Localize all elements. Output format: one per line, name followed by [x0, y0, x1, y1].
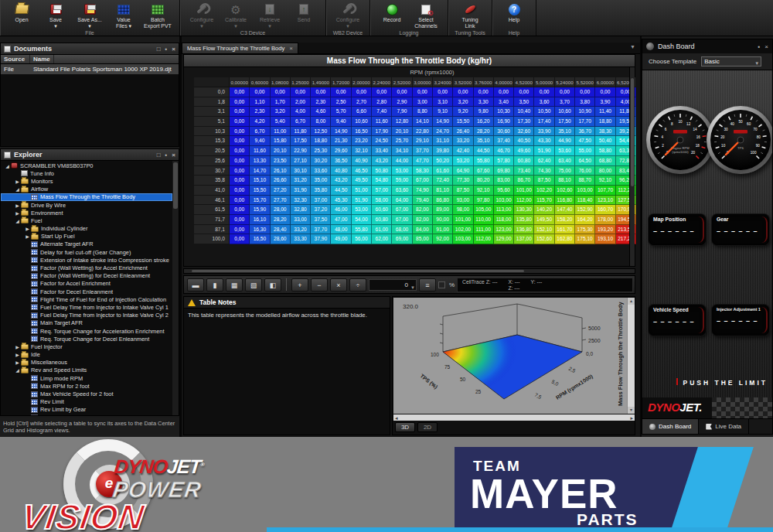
grid-cell[interactable]: 50,80: [372, 166, 392, 176]
grid-cell[interactable]: 51,00: [352, 186, 372, 196]
grid-cell[interactable]: 112,00: [514, 196, 534, 206]
grid-cell[interactable]: 51,90: [534, 146, 554, 156]
grid-cell[interactable]: 102,00: [453, 225, 473, 235]
tree-item-req-torque-change-for-decel-enleanment[interactable]: Req. Torque Change for Decel Enleanment: [1, 335, 172, 343]
pin-icon[interactable]: ▪: [165, 46, 167, 53]
grid-cell[interactable]: 24,70: [433, 127, 453, 137]
grid-cell[interactable]: 29,60: [331, 146, 351, 156]
grid-cell[interactable]: 11,60: [372, 117, 392, 127]
grid-cell[interactable]: 123,00: [494, 225, 514, 235]
grid-cell[interactable]: 81,10: [433, 186, 453, 196]
grid-cell[interactable]: 103,00: [575, 186, 595, 196]
tree-item-main-target-afr[interactable]: Main Target AFR: [1, 319, 172, 327]
toolbar-button-save[interactable]: Save ▾: [39, 2, 73, 29]
grid-cell[interactable]: 50,20: [433, 156, 453, 166]
grid-cell[interactable]: 22,80: [413, 127, 433, 137]
grid-cell[interactable]: 67,00: [413, 176, 433, 186]
grid-cell[interactable]: 62,40: [534, 156, 554, 166]
grid-cell[interactable]: 42,40: [453, 146, 473, 156]
grid-cell[interactable]: 57,80: [494, 156, 514, 166]
grid-cell[interactable]: 9,10: [433, 107, 453, 117]
grid-cell[interactable]: 14,70: [250, 166, 270, 176]
grid-cell[interactable]: 136,80: [514, 225, 534, 235]
grid-row-header[interactable]: 71,7: [194, 215, 230, 225]
tab-mass-flow[interactable]: Mass Flow Through the Throttle Body ×: [182, 43, 298, 53]
toolbar-button-calibrate[interactable]: ⚙Calibrate ▾: [219, 2, 253, 29]
grid-cell[interactable]: 79,40: [413, 196, 433, 206]
grid-cell[interactable]: 105,00: [474, 205, 494, 215]
grid-column-header[interactable]: 1,72000: [331, 77, 351, 87]
documents-col-source[interactable]: Source: [1, 55, 30, 63]
grid-cell[interactable]: 0,00: [311, 87, 331, 97]
grid-cell[interactable]: 152,60: [534, 234, 554, 244]
grid-cell[interactable]: 5,70: [331, 107, 351, 117]
grid-cell[interactable]: 17,50: [291, 136, 311, 146]
tree-item-fuel-delay-time-from-injector-to-intake-[interactable]: Fuel Delay Time from Injector to Intake …: [1, 312, 172, 319]
grid-cell[interactable]: 10,40: [514, 107, 534, 117]
grid-column-header[interactable]: 1,08000: [271, 77, 291, 87]
grid-cell[interactable]: 39,80: [433, 146, 453, 156]
toolbar-button-batch[interactable]: Batch Export PVT: [141, 2, 175, 29]
grid-cell[interactable]: 44,50: [331, 186, 351, 196]
grid-cell[interactable]: 0,00: [230, 166, 250, 176]
grid-cell[interactable]: 0,00: [230, 97, 250, 107]
tree-item-rev-limit[interactable]: Rev Limit: [1, 398, 172, 406]
grid-cell[interactable]: 47,50: [575, 136, 595, 146]
grid-cell[interactable]: 73,40: [514, 166, 534, 176]
tree-item-start-up-fuel[interactable]: ▶Start Up Fuel: [1, 233, 172, 240]
grid-cell[interactable]: 53,60: [555, 146, 575, 156]
tree-item-req-torque-change-for-acceleration-enric[interactable]: Req. Torque Change for Acceleration Enri…: [1, 327, 172, 335]
explorer-scrollbar[interactable]: [172, 161, 179, 415]
grid-cell[interactable]: 0,00: [271, 87, 291, 97]
grid-cell[interactable]: 18,80: [595, 117, 615, 127]
grid-cell[interactable]: 57,00: [372, 186, 392, 196]
left-splitter[interactable]: [179, 36, 182, 437]
pin-icon[interactable]: ▪: [165, 152, 167, 159]
tree-item-rev-limit-by-temp[interactable]: Rev Limit by Temp: [1, 414, 172, 415]
grid-cell[interactable]: 160,70: [595, 205, 615, 215]
grid-row-header[interactable]: 0,0: [194, 87, 230, 97]
tree-collapsed-arrow-icon[interactable]: ▶: [14, 360, 21, 365]
grid-cell[interactable]: 44,90: [555, 136, 575, 146]
plot-vertical-scrollbar[interactable]: ▴▾: [627, 298, 635, 414]
tree-item-airflow[interactable]: ◢Airflow: [1, 186, 172, 193]
grid-cell[interactable]: 0,00: [331, 87, 351, 97]
tree-expanded-arrow-icon[interactable]: ◢: [14, 367, 21, 373]
grid-row-header[interactable]: 35,8: [194, 176, 230, 186]
grid-cell[interactable]: 3,90: [595, 97, 615, 107]
grid-cell[interactable]: 33,00: [291, 215, 311, 225]
grid-cell[interactable]: 6,70: [291, 117, 311, 127]
view-2d-button[interactable]: 2D: [417, 422, 438, 432]
grid-cell[interactable]: 3,60: [534, 97, 554, 107]
grid-cell[interactable]: 0,00: [230, 127, 250, 137]
grid-vertical-scrollbar[interactable]: [629, 67, 635, 266]
grid-cell[interactable]: 60,80: [372, 215, 392, 225]
grid-cell[interactable]: 15,90: [250, 205, 270, 215]
grid-cell[interactable]: 28,00: [271, 205, 291, 215]
grid-cell[interactable]: 152,90: [575, 205, 595, 215]
grid-cell[interactable]: 55,80: [352, 225, 372, 235]
grid-cell[interactable]: 20,10: [271, 146, 291, 156]
grid-cell[interactable]: 37,40: [494, 136, 514, 146]
grid-cell[interactable]: 1,10: [250, 97, 270, 107]
grid-cell[interactable]: 3,20: [271, 107, 291, 117]
grid-cell[interactable]: 149,50: [534, 215, 554, 225]
grid-cell[interactable]: 0,00: [250, 87, 270, 97]
grid-cell[interactable]: 15,50: [250, 186, 270, 196]
grid-cell[interactable]: 35,80: [311, 186, 331, 196]
grid-column-header[interactable]: 3,52000: [453, 77, 473, 87]
grid-cell[interactable]: 74,30: [534, 166, 554, 176]
grid-cell[interactable]: 9,40: [331, 117, 351, 127]
grid-cell[interactable]: 2,00: [291, 97, 311, 107]
percent-checkbox[interactable]: [438, 281, 445, 288]
grid-cell[interactable]: 92,10: [474, 186, 494, 196]
grid-row-header[interactable]: 5,1: [194, 117, 230, 127]
grid-cell[interactable]: 33,20: [291, 225, 311, 235]
grid-cell[interactable]: 0,00: [230, 186, 250, 196]
grid-cell[interactable]: 8,00: [311, 117, 331, 127]
tree-item-rev-and-speed-limits[interactable]: ◢Rev and Speed Limits: [1, 367, 172, 374]
grid-cell[interactable]: 69,00: [392, 234, 412, 244]
grid-column-header[interactable]: 1,49000: [311, 77, 331, 87]
grid-cell[interactable]: 36,70: [575, 127, 595, 137]
grid-cell[interactable]: 16,10: [250, 215, 270, 225]
